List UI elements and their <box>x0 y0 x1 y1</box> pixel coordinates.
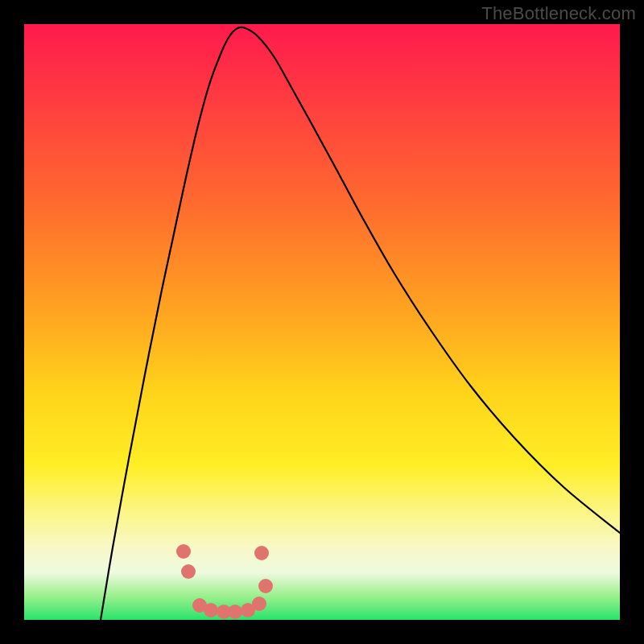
chart-frame: TheBottleneck.com <box>0 0 644 644</box>
valley-marker-group <box>176 544 273 619</box>
valley-marker <box>228 605 242 619</box>
valley-marker <box>252 597 266 611</box>
valley-marker <box>204 603 218 617</box>
valley-marker <box>176 544 191 559</box>
watermark-text: TheBottleneck.com <box>481 3 636 24</box>
valley-marker <box>254 546 269 560</box>
curve-layer <box>24 24 620 620</box>
valley-marker <box>258 579 273 593</box>
plot-area <box>24 24 620 620</box>
valley-marker <box>181 564 196 579</box>
bottleneck-curve <box>101 27 620 620</box>
